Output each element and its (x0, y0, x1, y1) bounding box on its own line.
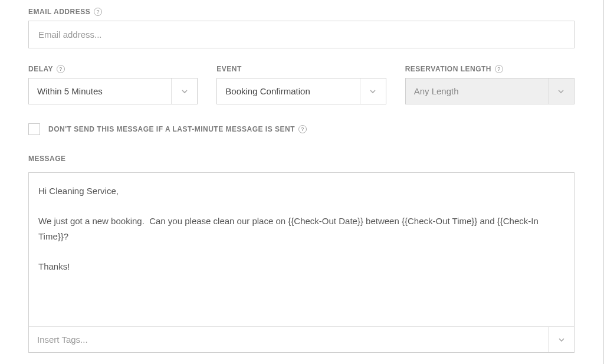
reservation-length-value: Any Length (406, 78, 548, 104)
last-minute-label: DON'T SEND THIS MESSAGE IF A LAST-MINUTE… (48, 125, 307, 133)
email-label: EMAIL ADDRESS ? (28, 8, 102, 16)
event-select[interactable]: Booking Confirmation (216, 78, 386, 104)
chevron-down-icon (360, 78, 386, 104)
message-textarea[interactable]: Hi Cleaning Service, We just got a new b… (29, 173, 574, 326)
last-minute-label-text: DON'T SEND THIS MESSAGE IF A LAST-MINUTE… (48, 125, 295, 133)
event-label-text: EVENT (216, 65, 242, 73)
help-icon[interactable]: ? (57, 65, 65, 73)
delay-select[interactable]: Within 5 Minutes (28, 78, 198, 104)
message-box: Hi Cleaning Service, We just got a new b… (28, 172, 575, 353)
delay-label-text: DELAY (28, 65, 53, 73)
help-icon[interactable]: ? (298, 125, 307, 133)
help-icon[interactable]: ? (94, 8, 102, 16)
insert-tags-select[interactable]: Insert Tags... (29, 326, 574, 352)
chevron-down-icon (548, 78, 574, 104)
reservation-length-label: RESERVATION LENGTH ? (405, 65, 575, 73)
reservation-length-label-text: RESERVATION LENGTH (405, 65, 491, 73)
event-label: EVENT (216, 65, 386, 73)
message-label-text: MESSAGE (28, 155, 66, 163)
chevron-down-icon (548, 327, 574, 352)
chevron-down-icon (171, 78, 197, 104)
reservation-length-select[interactable]: Any Length (405, 78, 575, 104)
email-input[interactable] (28, 21, 575, 48)
email-label-text: EMAIL ADDRESS (28, 8, 90, 16)
delay-value: Within 5 Minutes (29, 78, 171, 104)
last-minute-checkbox[interactable] (28, 123, 40, 135)
insert-tags-placeholder: Insert Tags... (29, 327, 548, 352)
message-label: MESSAGE (28, 155, 66, 163)
delay-label: DELAY ? (28, 65, 198, 73)
help-icon[interactable]: ? (495, 65, 503, 73)
event-value: Booking Confirmation (217, 78, 359, 104)
